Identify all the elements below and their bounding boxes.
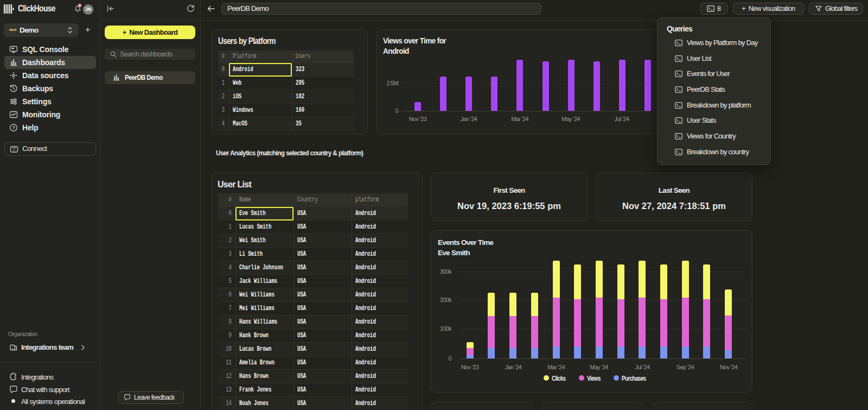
svg-text:?: ? xyxy=(12,125,15,130)
